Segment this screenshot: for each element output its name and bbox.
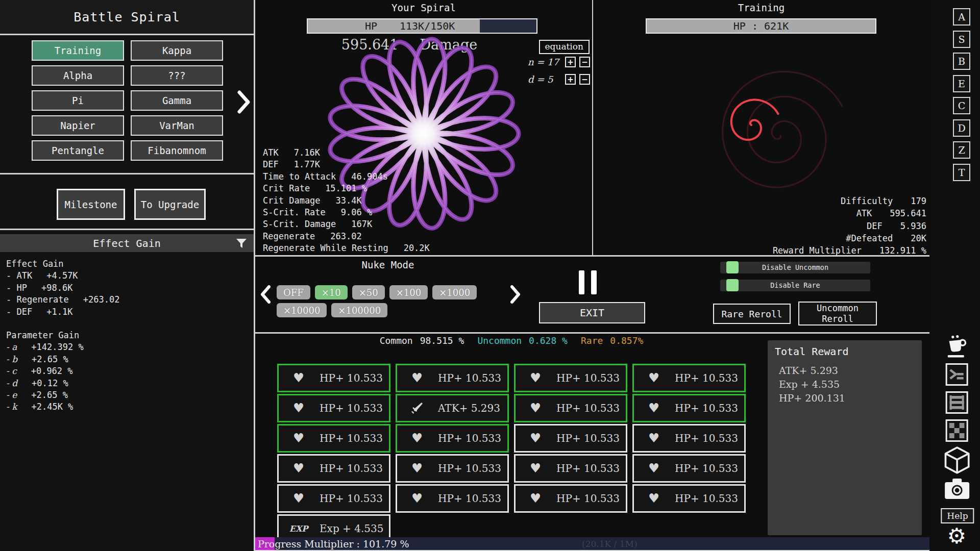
d-decrease-button[interactable]: −: [579, 74, 590, 85]
speed-button-100000[interactable]: ×100000: [331, 303, 387, 317]
reward-card[interactable]: ♥HP+ 10.533: [277, 484, 390, 513]
enemy-hp-text: HP : 621K: [647, 20, 875, 32]
terminal-icon[interactable]: [946, 363, 968, 386]
reward-card-label: HP+ 10.533: [675, 492, 738, 505]
player-hp-label: HP: [365, 20, 377, 32]
parameter-gain-row-label: - a: [6, 342, 17, 352]
camera-icon[interactable]: [944, 478, 970, 502]
training-title: Training: [593, 2, 929, 13]
enemy-stat-label: ATK: [856, 207, 872, 219]
rare-reroll-button[interactable]: Rare Reroll: [713, 304, 791, 324]
sidebar-item-fibanomnom[interactable]: Fibanomnom: [131, 140, 223, 161]
reward-card-label: HP+ 10.533: [675, 462, 738, 474]
uncommon-reroll-button[interactable]: Uncommon Reroll: [798, 302, 877, 325]
total-reward-lines: ATK+ 5.293Exp + 4.535HP+ 200.131: [775, 364, 922, 405]
hotkey-button-b[interactable]: B: [953, 53, 970, 70]
parameter-gain-row: - e+2.65 %: [6, 389, 254, 401]
rarity-value: 0.628 %: [529, 335, 568, 346]
pause-button[interactable]: [579, 270, 597, 294]
filter-icon[interactable]: [236, 238, 247, 251]
reward-card[interactable]: ♥HP+ 10.533: [514, 394, 627, 422]
reward-card[interactable]: ♥HP+ 10.533: [396, 424, 509, 453]
reward-card-label: Exp + 4.535: [320, 522, 383, 535]
sidebar-item-gamma[interactable]: Gamma: [131, 90, 223, 111]
sidebar-item-item[interactable]: ???: [131, 65, 223, 86]
reward-card[interactable]: ♥HP+ 10.533: [632, 484, 746, 513]
speed-button-50[interactable]: ×50: [352, 285, 385, 299]
hotkey-button-c[interactable]: C: [953, 97, 970, 114]
reward-card[interactable]: ♥HP+ 10.533: [396, 454, 509, 483]
hotkey-button-z[interactable]: Z: [953, 141, 970, 159]
speed-next-chevron-icon[interactable]: [510, 285, 521, 306]
parameter-gain-row-label: - d: [6, 378, 17, 388]
reward-card[interactable]: ♥HP+ 10.533: [632, 394, 746, 422]
exit-button[interactable]: EXIT: [539, 302, 645, 323]
sidebar-item-pi[interactable]: Pi: [32, 90, 124, 111]
enemy-stat-label: Difficulty: [841, 195, 893, 207]
nav-expand-chevron-icon[interactable]: [237, 90, 251, 116]
player-stat-row: Crit Rate15.101 %: [263, 183, 430, 194]
reward-card[interactable]: ♥HP+ 10.533: [514, 364, 627, 392]
enemy-stat-label: Reward Multiplier: [773, 244, 862, 257]
checkerboard-icon[interactable]: [946, 419, 968, 442]
n-decrease-button[interactable]: −: [579, 57, 590, 67]
toggle-label: Disable Rare: [720, 280, 870, 291]
hotkey-button-e[interactable]: E: [953, 75, 970, 92]
reward-card[interactable]: ♥HP+ 10.533: [277, 394, 390, 422]
player-stat-row: DEF1.77K: [263, 159, 430, 170]
coffee-icon[interactable]: [945, 334, 969, 361]
milestone-button[interactable]: Milestone: [57, 189, 125, 220]
help-button[interactable]: Help: [941, 508, 974, 523]
speed-button-1000[interactable]: ×1000: [432, 285, 477, 299]
reward-card[interactable]: ♥HP+ 10.533: [277, 364, 390, 392]
hotkey-button-s[interactable]: S: [953, 31, 970, 48]
hotkey-button-a[interactable]: A: [953, 8, 970, 26]
reward-card[interactable]: ♥HP+ 10.533: [632, 454, 746, 483]
sidebar-item-training[interactable]: Training: [32, 40, 124, 61]
speed-prev-chevron-icon[interactable]: [260, 285, 271, 306]
toggle-disable-uncommon[interactable]: Disable Uncommon: [720, 262, 870, 273]
n-increase-button[interactable]: +: [565, 57, 576, 67]
sidebar-item-napier[interactable]: Napier: [32, 115, 124, 136]
speed-button-10[interactable]: ×10: [315, 285, 348, 299]
reward-card[interactable]: ♥HP+ 10.533: [632, 424, 746, 453]
speed-button-10000[interactable]: ×10000: [277, 303, 327, 317]
reward-card[interactable]: ♥HP+ 10.533: [514, 424, 627, 453]
settings-gear-icon[interactable]: ⚙: [947, 525, 966, 547]
enemy-stat-value: 595.641: [890, 207, 926, 219]
effect-gain-header: Effect Gain: [0, 234, 254, 252]
sidebar-item-alpha[interactable]: Alpha: [32, 65, 124, 86]
d-increase-button[interactable]: +: [565, 74, 576, 85]
to-upgrade-button[interactable]: To Upgrade: [134, 189, 206, 220]
reward-card[interactable]: ♥HP+ 10.533: [396, 484, 509, 513]
heart-icon: ♥: [408, 491, 426, 506]
hotkey-button-d[interactable]: D: [953, 119, 970, 137]
reward-card[interactable]: ♥HP+ 10.533: [277, 424, 390, 453]
reward-card-label: HP+ 10.533: [320, 432, 383, 444]
sidebar-item-kappa[interactable]: Kappa: [131, 40, 223, 61]
toggle-checkbox-icon: [726, 261, 739, 273]
equation-button[interactable]: equation: [539, 40, 590, 54]
reward-card[interactable]: ATK+ 5.293: [396, 394, 509, 422]
reward-card[interactable]: ♥HP+ 10.533: [632, 364, 746, 392]
cube-icon[interactable]: [944, 446, 970, 477]
speed-button-100[interactable]: ×100: [389, 285, 428, 299]
sidebar-item-varman[interactable]: VarMan: [131, 115, 223, 136]
sidebar-item-pentangle[interactable]: Pentangle: [32, 140, 124, 161]
hotkey-button-t[interactable]: T: [953, 164, 970, 181]
effect-gain-row-label: - Regenerate: [6, 294, 69, 305]
rarity-value: 0.857%: [610, 335, 643, 346]
toggle-disable-rare[interactable]: Disable Rare: [720, 280, 870, 291]
sword-icon: [408, 402, 426, 415]
layers-rows-icon[interactable]: [946, 391, 968, 414]
reward-card[interactable]: ♥HP+ 10.533: [514, 454, 627, 483]
total-reward-panel: Total Reward ATK+ 5.293Exp + 4.535HP+ 20…: [768, 340, 922, 535]
reward-card[interactable]: ♥HP+ 10.533: [277, 454, 390, 483]
rarity-common: Common98.515 %: [380, 335, 464, 346]
reward-card[interactable]: ♥HP+ 10.533: [514, 484, 627, 513]
speed-button-off[interactable]: OFF: [277, 285, 310, 299]
hotkey-letters: ASBECDZT: [953, 8, 970, 181]
parameter-gain-row-value: +2.45K %: [31, 402, 73, 412]
player-stat-value: 20.2K: [404, 243, 430, 253]
reward-card[interactable]: ♥HP+ 10.533: [396, 364, 509, 392]
